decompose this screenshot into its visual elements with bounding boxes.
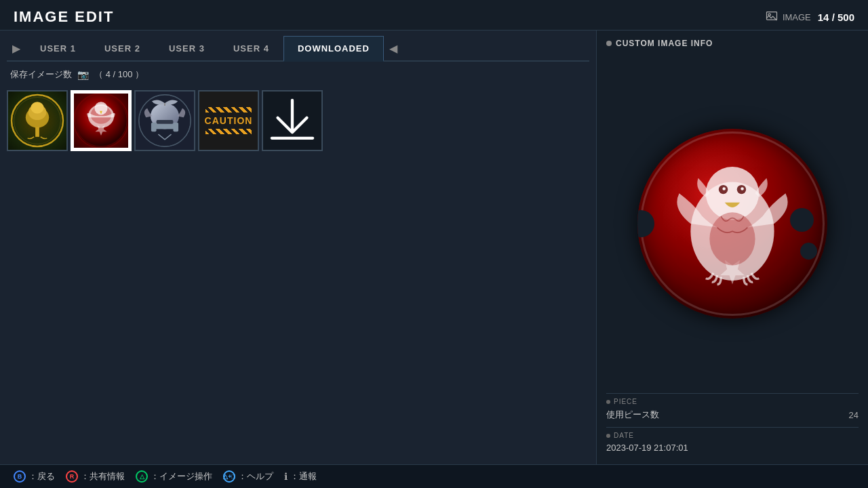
date-dot <box>606 434 610 438</box>
tab-nav-left[interactable]: ▶ <box>7 38 26 59</box>
triangle-button[interactable]: △ <box>136 470 148 483</box>
r-button[interactable]: R <box>66 470 78 483</box>
image-op-label: ：イメージ操作 <box>151 470 212 483</box>
tabs-container: ▶ USER 1 USER 2 USER 3 USER 4 DOWNLOADED… <box>7 36 589 62</box>
date-label-section: DATE <box>606 432 859 439</box>
thumbnail-5[interactable] <box>262 90 323 151</box>
piece-field: 使用ピース数 <box>606 409 659 421</box>
report-label: ：通報 <box>290 470 317 483</box>
svg-rect-19 <box>157 120 174 124</box>
piece-dot <box>606 400 610 404</box>
eagle-emblem-thumb-svg <box>72 92 130 150</box>
thumbnail-1[interactable] <box>7 90 68 151</box>
share-label: ：共有情報 <box>81 470 125 483</box>
save-count-label: 保存イメージ数 <box>10 68 72 81</box>
thumbnail-2[interactable] <box>71 90 132 151</box>
svg-rect-20 <box>151 123 157 131</box>
date-label: DATE <box>614 432 634 439</box>
thumbnails-area: CAUTION <box>7 87 589 154</box>
sub-header: 保存イメージ数 📷 （ 4 / 100 ） <box>7 62 589 87</box>
bottom-item-help: △+□ ：ヘルプ <box>223 470 273 483</box>
caution-stripes-top <box>205 107 252 113</box>
tab-nav-right[interactable]: ◀ <box>384 38 403 59</box>
save-count-icon: 📷 <box>77 69 89 80</box>
thumbnail-4[interactable]: CAUTION <box>198 90 259 151</box>
caution-stripes-bottom <box>205 129 252 134</box>
help-label: ：ヘルプ <box>238 470 273 483</box>
helmet-emblem-svg <box>136 92 194 150</box>
piece-label-section: PIECE <box>606 398 859 405</box>
piece-row: 使用ピース数 24 <box>606 407 859 423</box>
svg-point-30 <box>709 212 755 265</box>
bottom-item-report: ℹ ：通報 <box>284 470 317 483</box>
image-label: IMAGE <box>783 12 811 22</box>
tab-user1[interactable]: USER 1 <box>26 36 90 60</box>
image-icon-svg <box>765 10 778 24</box>
date-row: 2023-07-19 21:07:01 <box>606 441 859 455</box>
preview-area <box>606 54 859 393</box>
bottom-bar: B ：戻る R ：共有情報 △ ：イメージ操作 △+□ ：ヘルプ ℹ ：通報 <box>0 464 868 488</box>
date-section: DATE 2023-07-19 21:07:01 <box>606 427 859 459</box>
triangle-plus-button[interactable]: △+□ <box>223 470 235 483</box>
piece-label: PIECE <box>614 398 637 405</box>
back-label: ：戻る <box>28 470 55 483</box>
svg-point-27 <box>722 187 725 190</box>
right-panel: CUSTOM IMAGE INFO <box>597 30 868 464</box>
bottom-item-image-op: △ ：イメージ操作 <box>136 470 212 483</box>
custom-image-info-header: CUSTOM IMAGE INFO <box>606 36 859 54</box>
content-area: ▶ USER 1 USER 2 USER 3 USER 4 DOWNLOADED… <box>0 30 868 464</box>
image-icon: IMAGE <box>765 10 811 24</box>
image-counter: 14 / 500 <box>818 12 854 23</box>
svg-point-28 <box>741 187 743 190</box>
piece-value: 24 <box>849 410 859 420</box>
b-button[interactable]: B <box>14 470 26 483</box>
svg-point-7 <box>31 102 43 113</box>
thumbnail-3[interactable] <box>134 90 195 151</box>
image-counter-area: IMAGE 14 / 500 <box>765 10 854 24</box>
piece-section: PIECE 使用ピース数 24 <box>606 393 859 427</box>
i-icon: ℹ <box>284 471 288 482</box>
svg-rect-21 <box>173 123 178 131</box>
tree-emblem-svg <box>8 92 66 150</box>
dot-indicator <box>606 41 612 46</box>
main-container: IMAGE EDIT IMAGE 14 / 500 ▶ USER 1 USER … <box>0 0 868 488</box>
left-panel: ▶ USER 1 USER 2 USER 3 USER 4 DOWNLOADED… <box>0 30 597 464</box>
bottom-item-share: R ：共有情報 <box>66 470 125 483</box>
page-title: IMAGE EDIT <box>14 8 114 26</box>
top-bar: IMAGE EDIT IMAGE 14 / 500 <box>0 0 868 30</box>
save-count-value: （ 4 / 100 ） <box>94 68 144 81</box>
eagle-preview-svg <box>656 148 808 300</box>
svg-rect-4 <box>35 127 39 137</box>
custom-image-info-label: CUSTOM IMAGE INFO <box>616 39 713 48</box>
download-icon <box>263 92 321 150</box>
svg-rect-18 <box>154 124 176 129</box>
caution-text: CAUTION <box>205 115 253 126</box>
svg-point-24 <box>706 167 759 220</box>
tab-downloaded[interactable]: DOWNLOADED <box>283 36 384 62</box>
tab-user4[interactable]: USER 4 <box>219 36 283 60</box>
tab-user2[interactable]: USER 2 <box>90 36 155 60</box>
date-value: 2023-07-19 21:07:01 <box>606 443 688 453</box>
bottom-item-back: B ：戻る <box>14 470 55 483</box>
preview-circle <box>637 129 827 319</box>
tab-user3[interactable]: USER 3 <box>155 36 219 60</box>
